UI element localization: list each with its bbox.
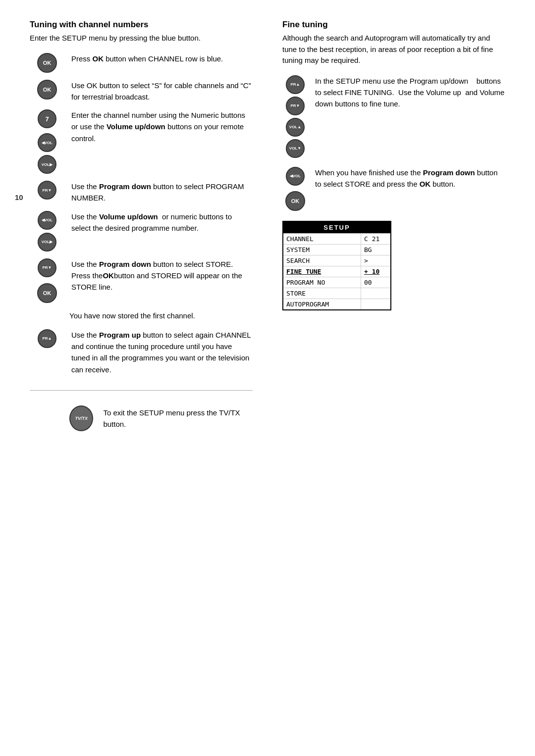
- pr-up-icon[interactable]: PR▲: [38, 329, 56, 348]
- pr-up-right-icon[interactable]: PR▲: [286, 75, 305, 94]
- page-number: 10: [15, 193, 23, 202]
- step7-text: You have now stored the first channel.: [69, 310, 253, 321]
- vol-left-right-icon[interactable]: ◀VOL: [286, 167, 305, 186]
- right-step1-text: In the SETUP menu use the Program up/dow…: [315, 75, 505, 110]
- setup-row-store: STORE: [283, 288, 390, 299]
- left-intro: Enter the SETUP menu by pressing the blu…: [30, 33, 253, 44]
- step1-text: Press OK button when CHANNEL row is blue…: [71, 53, 223, 64]
- step4-icon-col: PR▼: [30, 181, 64, 200]
- step7-block: You have now stored the first channel.: [69, 310, 253, 321]
- vol-up-right-icon[interactable]: VOL▲: [286, 118, 305, 137]
- vol-left-icon-2[interactable]: ◀VOL: [38, 211, 56, 230]
- setup-row-autoprogram: AUTOPROGRAM: [283, 299, 390, 309]
- step2-row: OK Use OK button to select “S” for cable…: [30, 80, 253, 103]
- ok-button-icon-2[interactable]: OK: [37, 80, 57, 100]
- right-title: Fine tuning: [282, 20, 505, 30]
- step6-text: Use the Program down button to select ST…: [71, 258, 253, 293]
- step5-row: ◀VOL VOL▶ Use the Volume up/down or nume…: [30, 211, 253, 252]
- right-step2-block: ◀VOL OK When you have finished use the P…: [282, 167, 505, 211]
- step3-row: 7 ◀VOL VOL▶ Enter the channel number usi…: [30, 109, 253, 174]
- step3-text: Enter the channel number using the Numer…: [71, 109, 253, 144]
- exit-block: TV/TX To exit the SETUP menu press the T…: [69, 405, 253, 431]
- setup-row-system: SYSTEM BG: [283, 244, 390, 255]
- num7-button-icon[interactable]: 7: [38, 109, 56, 128]
- step5-icon-col: ◀VOL VOL▶: [30, 211, 64, 252]
- pr-down-icon-1[interactable]: PR▼: [38, 181, 56, 200]
- pr-down-right-icon[interactable]: PR▼: [286, 97, 305, 115]
- ok-right-icon[interactable]: OK: [285, 191, 305, 211]
- setup-table: SETUP CHANNEL C 21 SYSTEM BG SEARCH > FI…: [282, 221, 391, 310]
- setup-row-search: SEARCH >: [283, 255, 390, 266]
- step6-icon-col: PR▼ OK: [30, 258, 64, 303]
- setup-row-finetune: FINE TUNE + 10: [283, 266, 390, 277]
- setup-table-header: SETUP: [283, 222, 390, 233]
- step8-icon-col: PR▲: [30, 329, 64, 348]
- step5-text: Use the Volume up/down or numeric button…: [71, 211, 253, 234]
- left-column: Tuning with channel numbers Enter the SE…: [30, 20, 253, 431]
- vol-left-icon[interactable]: ◀VOL: [38, 133, 56, 152]
- step1-icon-col: OK: [30, 53, 64, 73]
- vol-right-icon[interactable]: VOL▶: [38, 155, 56, 174]
- exit-text: To exit the SETUP menu press the TV/TX b…: [103, 407, 253, 430]
- divider: [30, 390, 253, 391]
- step2-text: Use OK button to select “S” for cable ch…: [71, 80, 253, 103]
- step1-row: OK Press OK button when CHANNEL row is b…: [30, 53, 253, 73]
- step2-icon-col: OK: [30, 80, 64, 100]
- tvtx-button-icon[interactable]: TV/TX: [69, 405, 93, 431]
- step8-row: PR▲ Use the Program up button to select …: [30, 329, 253, 375]
- right-step1-icons: PR▲ PR▼ VOL▲ VOL▼: [282, 75, 308, 158]
- left-title: Tuning with channel numbers: [30, 20, 253, 30]
- step4-text: Use the Program down button to select PR…: [71, 181, 253, 204]
- step3-icon-col: 7 ◀VOL VOL▶: [30, 109, 64, 174]
- step6-row: PR▼ OK Use the Program down button to se…: [30, 258, 253, 303]
- vol-right-icon-2[interactable]: VOL▶: [38, 233, 56, 252]
- right-intro: Although the search and Autoprogram will…: [282, 33, 505, 66]
- vol-down-right-icon[interactable]: VOL▼: [286, 139, 305, 158]
- step8-text: Use the Program up button to select agai…: [71, 329, 253, 375]
- setup-row-programno: PROGRAM NO 00: [283, 277, 390, 288]
- pr-down-icon-2[interactable]: PR▼: [38, 258, 56, 277]
- right-step1-block: PR▲ PR▼ VOL▲ VOL▼ In the SETUP menu use …: [282, 75, 505, 158]
- step4-row: PR▼ Use the Program down button to selec…: [30, 181, 253, 204]
- right-step2-icons: ◀VOL OK: [282, 167, 308, 211]
- setup-row-channel: CHANNEL C 21: [283, 233, 390, 244]
- ok-button-icon-3[interactable]: OK: [37, 283, 57, 303]
- right-column: Fine tuning Although the search and Auto…: [272, 20, 505, 431]
- right-step2-text: When you have finished use the Program d…: [315, 167, 505, 190]
- ok-button-icon-1[interactable]: OK: [37, 53, 57, 73]
